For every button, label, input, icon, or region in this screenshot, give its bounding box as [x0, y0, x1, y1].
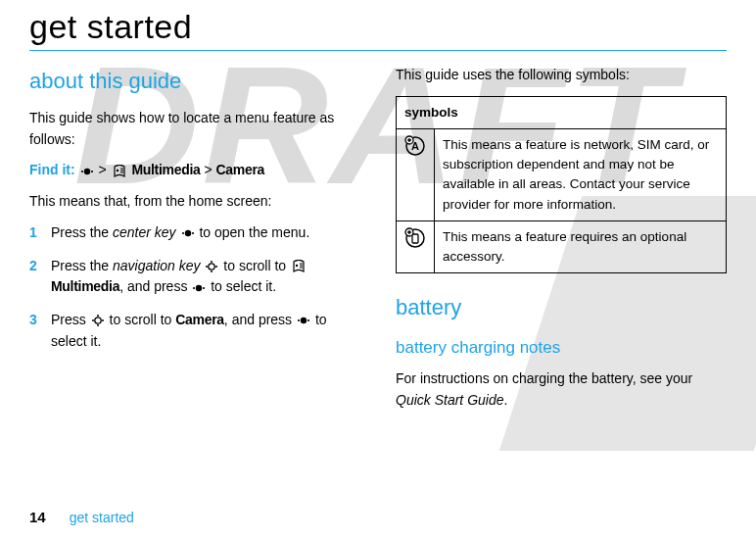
step-text: Press the [51, 224, 113, 240]
step-num: 2 [29, 256, 51, 298]
left-column: about this guide This guide shows how to… [29, 65, 360, 420]
multimedia-text: Multimedia [51, 278, 119, 294]
camera-text: Camera [175, 312, 224, 327]
step-body: Press the navigation key to scroll to Mu… [51, 256, 360, 298]
svg-point-14 [193, 286, 195, 288]
camera-text: Camera [216, 162, 265, 177]
title-rule [29, 50, 727, 51]
symbols-table: symbols A This means a feature is networ… [396, 96, 727, 274]
step-text: , and press [224, 312, 296, 327]
step-num: 1 [29, 222, 51, 244]
find-it-line: Find it: > Multimedia > Camera [29, 160, 360, 181]
right-column: This guide uses the following symbols: s… [396, 65, 727, 420]
battery-text: . [504, 392, 508, 408]
nav-key-icon [205, 260, 218, 273]
step-text: , and press [119, 278, 191, 294]
step-1: 1 Press the center key to open the menu. [29, 222, 360, 244]
svg-point-9 [215, 266, 217, 268]
nav-key-icon [91, 314, 105, 327]
accessory-required-desc: This means a feature requires an optiona… [435, 220, 727, 273]
center-key-icon [192, 282, 206, 294]
svg-rect-28 [412, 234, 418, 243]
page-title: get started [29, 8, 727, 46]
step-num: 3 [29, 310, 51, 352]
svg-point-1 [80, 171, 82, 172]
svg-point-18 [102, 319, 104, 321]
svg-point-23 [307, 319, 309, 321]
step-3: 3 Press to scroll to Camera, and press [29, 310, 360, 352]
about-intro: This guide shows how to locate a menu fe… [29, 108, 360, 150]
table-row: This means a feature requires an optiona… [397, 220, 727, 273]
symbols-header: symbols [397, 96, 727, 128]
battery-sub-heading: battery charging notes [396, 335, 727, 361]
path-sep-2: > [204, 162, 215, 177]
step-text: Press [51, 312, 90, 327]
center-key-icon [80, 166, 94, 177]
svg-point-20 [97, 324, 99, 326]
means-line: This means that, from the home screen: [29, 191, 360, 213]
page-footer: 14 get started [29, 509, 134, 525]
step-body: Press to scroll to Camera, and press to … [51, 310, 360, 352]
table-row: A This means a feature is network, SIM c… [397, 128, 727, 220]
step-text: to select it. [211, 278, 276, 294]
multimedia-icon [112, 165, 127, 178]
svg-point-6 [191, 232, 193, 234]
battery-heading: battery [396, 291, 727, 324]
svg-point-4 [184, 230, 190, 236]
step-text: to open the menu. [199, 224, 309, 240]
center-key-icon [181, 227, 195, 239]
step-2: 2 Press the navigation key to scroll to [29, 256, 360, 298]
steps-list: 1 Press the center key to open the menu.… [29, 222, 360, 352]
svg-point-8 [206, 266, 208, 268]
multimedia-text: Multimedia [131, 162, 200, 177]
svg-point-16 [94, 318, 100, 323]
accessory-required-icon [397, 220, 435, 273]
svg-point-21 [301, 318, 307, 323]
battery-body: For instructions on charging the battery… [396, 368, 727, 411]
step-text: to scroll to [110, 312, 176, 327]
battery-text: For instructions on charging the battery… [396, 370, 692, 386]
svg-point-7 [209, 264, 214, 270]
symbols-intro: This guide uses the following symbols: [396, 65, 727, 86]
step-body: Press the center key to open the menu. [51, 222, 360, 244]
find-it-label: Find it: [29, 162, 79, 177]
path-sep-1: > [98, 162, 110, 177]
multimedia-icon [291, 260, 307, 273]
svg-point-17 [92, 319, 94, 321]
svg-point-5 [181, 232, 183, 234]
center-key-icon [297, 315, 310, 326]
step-text: to scroll to [223, 258, 290, 273]
svg-point-22 [298, 319, 300, 321]
step-text: Press the [51, 258, 113, 273]
svg-point-12 [296, 265, 298, 267]
svg-point-10 [211, 261, 213, 263]
about-heading: about this guide [29, 65, 360, 98]
quick-start-guide: Quick Start Guide [396, 392, 504, 408]
svg-point-15 [203, 286, 205, 288]
svg-point-19 [97, 315, 99, 317]
svg-point-0 [83, 169, 89, 174]
footer-section: get started [70, 510, 134, 525]
page-number: 14 [29, 509, 46, 525]
svg-point-2 [90, 171, 92, 172]
svg-point-3 [116, 170, 118, 172]
step-italic: navigation key [113, 258, 201, 273]
network-dependent-desc: This means a feature is network, SIM car… [435, 128, 727, 220]
network-dependent-icon: A [397, 128, 435, 220]
step-italic: center key [113, 224, 176, 240]
svg-point-13 [196, 284, 202, 290]
svg-point-11 [211, 270, 213, 272]
